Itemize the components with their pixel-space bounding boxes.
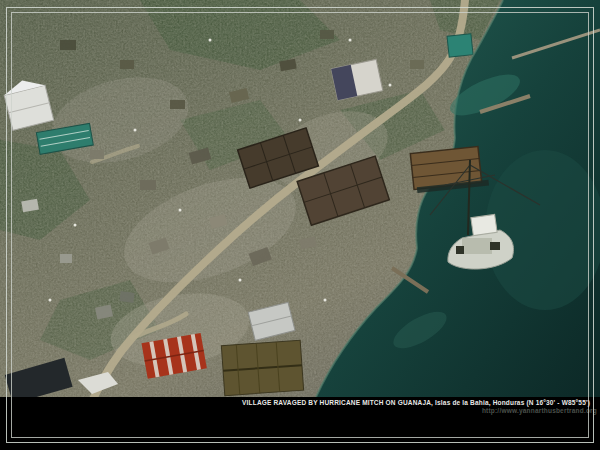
teal-hut [447,34,473,57]
photo-credit-url: http://www.yannarthusbertrand.org [482,407,597,414]
shingle-roof-building [221,340,303,395]
wallpaper: VILLAGE RAVAGED BY HURRICANE MITCH ON GU… [0,0,600,450]
photo-caption: VILLAGE RAVAGED BY HURRICANE MITCH ON GU… [242,399,590,406]
aerial-photo [0,0,600,397]
